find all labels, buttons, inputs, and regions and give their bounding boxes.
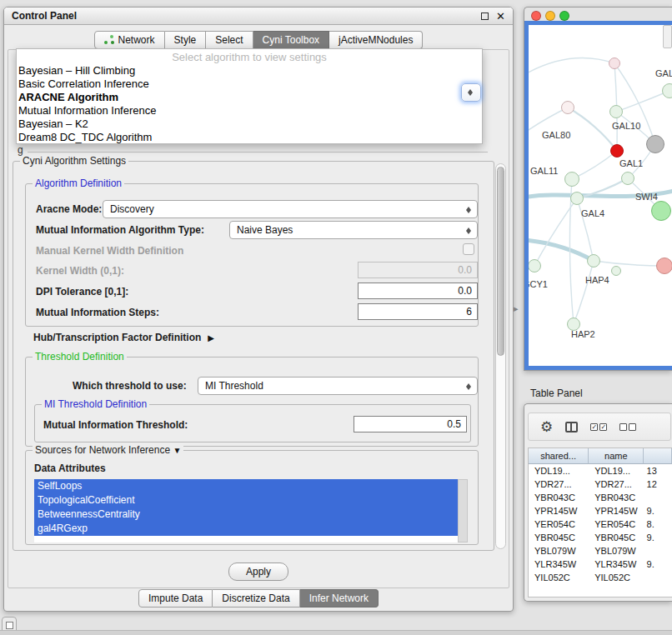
- table-row[interactable]: YBR045CYBR045C9.: [529, 531, 672, 544]
- which-threshold-value: MI Threshold: [205, 380, 263, 392]
- network-node-label: GAL1: [619, 158, 643, 168]
- attribute-list-scrollbar[interactable]: [458, 479, 468, 542]
- algorithm-option-basic-correlation-inference[interactable]: Basic Correlation Inference: [17, 78, 482, 91]
- mi-threshold-field[interactable]: 0.5: [354, 416, 467, 432]
- algorithm-option-mutual-information-inference[interactable]: Mutual Information Inference: [17, 104, 482, 118]
- table-row[interactable]: YDR27...YDR27...12: [529, 478, 672, 491]
- spinner-arrows-icon: [466, 381, 473, 392]
- table-cell: YLR345W: [529, 558, 589, 571]
- table-cell: 9.: [644, 558, 672, 571]
- dpi-tolerance-field[interactable]: 0.0: [358, 282, 478, 299]
- window-controls: ✕: [481, 11, 505, 22]
- close-window-icon[interactable]: [531, 11, 541, 21]
- table-row[interactable]: YIL052CYIL052C: [529, 571, 672, 584]
- group-title: Algorithm Definition: [33, 178, 124, 189]
- group-title: Cyni Algorithm Settings: [20, 155, 128, 167]
- expand-right-icon: ▶: [208, 333, 214, 342]
- mi-steps-field[interactable]: 6: [358, 303, 478, 320]
- select-all-icon[interactable]: ✓ ✓: [590, 423, 607, 431]
- attribute-item-topologicalcoefficient[interactable]: TopologicalCoefficient: [34, 493, 458, 508]
- tab-jactivemnodules[interactable]: jActiveMNodules: [329, 31, 423, 49]
- hub-definition-expander[interactable]: Hub/Transcription Factor Definition ▶: [33, 332, 214, 343]
- spinner-arrows-icon: [466, 225, 473, 237]
- table-row[interactable]: YLR345WYLR345W9.: [529, 558, 672, 571]
- node-table: shared...name YDL19...YDL19...13YDR27...…: [528, 448, 672, 598]
- network-node[interactable]: [609, 105, 623, 118]
- manual-kernel-checkbox[interactable]: [463, 243, 474, 255]
- aracne-mode-select[interactable]: Discovery: [103, 200, 478, 218]
- attribute-item-selfloops[interactable]: SelfLoops: [34, 479, 458, 493]
- network-node[interactable]: [651, 201, 671, 221]
- table-cell: 8.: [644, 518, 672, 531]
- network-node[interactable]: [611, 266, 621, 276]
- sources-title-text: Sources for Network Inference: [35, 444, 170, 456]
- attribute-item-betweennesscentrality[interactable]: BetweennessCentrality: [34, 508, 458, 522]
- network-node[interactable]: [621, 172, 634, 185]
- settings-scrollbar[interactable]: [495, 163, 506, 549]
- column-header-name[interactable]: name: [589, 448, 644, 464]
- network-canvas[interactable]: GAL80GAL10GAL11GAL1SWI4GAL4GCY1HAP4HAP2G…: [529, 25, 672, 366]
- checked-box-icon: ✓: [590, 423, 598, 431]
- table-cell: 13: [644, 464, 672, 478]
- aracne-mode-value: Discovery: [110, 203, 154, 215]
- bottom-tab-discretize-data[interactable]: Discretize Data: [213, 589, 299, 608]
- panel-splitter-handle[interactable]: ▸: [514, 303, 519, 314]
- deselect-all-icon[interactable]: [619, 423, 636, 431]
- zoom-window-icon[interactable]: [559, 11, 569, 21]
- algorithm-combobox-button[interactable]: [461, 83, 481, 102]
- mi-steps-label: Mutual Information Steps:: [36, 307, 159, 318]
- algorithm-option-dream8-dc-tdc-algorithm[interactable]: Dream8 DC_TDC Algorithm: [17, 131, 482, 144]
- bottom-tab-infer-network[interactable]: Infer Network: [300, 589, 379, 608]
- table-cell: YLR345W: [589, 558, 644, 571]
- column-header-shared[interactable]: shared...: [529, 448, 589, 464]
- tab-network[interactable]: Network: [94, 31, 165, 49]
- table-cell: [644, 544, 672, 558]
- mi-type-value: Naive Bayes: [237, 224, 293, 236]
- minimize-window-icon[interactable]: [545, 11, 555, 21]
- algorithm-option-bayesian-hill-climbing[interactable]: Bayesian – Hill Climbing: [17, 64, 482, 78]
- table-row[interactable]: YER054CYER054C8.: [529, 518, 672, 531]
- network-node[interactable]: [610, 144, 624, 158]
- table-header-row: shared...name: [529, 448, 672, 464]
- table-row[interactable]: YPR145WYPR145W9.: [529, 504, 672, 518]
- table-row[interactable]: YBL079WYBL079W: [529, 544, 672, 558]
- window-title: Control Panel: [12, 10, 77, 22]
- apply-button[interactable]: Apply: [228, 562, 288, 581]
- tab-label: Network: [118, 34, 155, 46]
- network-icon: [104, 35, 114, 45]
- network-node[interactable]: [564, 172, 579, 187]
- network-node[interactable]: [570, 192, 584, 205]
- float-window-icon[interactable]: [481, 12, 489, 20]
- table-row[interactable]: YBR043CYBR043C: [529, 491, 672, 504]
- bottom-tab-impute-data[interactable]: Impute Data: [138, 589, 213, 608]
- mi-type-select[interactable]: Naive Bayes: [229, 221, 478, 239]
- network-node[interactable]: [587, 254, 600, 268]
- network-node[interactable]: [561, 101, 574, 114]
- network-node[interactable]: [656, 258, 672, 274]
- scrollbar-thumb[interactable]: [497, 167, 504, 356]
- which-threshold-select[interactable]: MI Threshold: [198, 377, 478, 395]
- tab-cyni-toolbox[interactable]: Cyni Toolbox: [253, 31, 329, 49]
- tab-select[interactable]: Select: [206, 31, 253, 49]
- network-node[interactable]: [646, 135, 664, 153]
- gear-icon[interactable]: ⚙: [540, 420, 553, 434]
- columns-icon[interactable]: [565, 422, 578, 432]
- table-cell: YPR145W: [589, 504, 644, 518]
- close-icon[interactable]: ✕: [496, 11, 505, 22]
- manual-kernel-label: Manual Kernel Width Definition: [36, 245, 183, 257]
- tab-style[interactable]: Style: [165, 31, 207, 49]
- table-row[interactable]: YDL19...YDL19...13: [529, 464, 672, 478]
- network-node[interactable]: [609, 58, 620, 69]
- algorithm-option-aracne-algorithm[interactable]: ARACNE Algorithm: [17, 91, 482, 104]
- network-node-label: SWI4: [635, 192, 658, 202]
- network-node[interactable]: [662, 83, 672, 98]
- network-node-label: GAL10: [612, 121, 640, 131]
- network-node-label: HAP2: [571, 329, 595, 339]
- cyni-algorithm-settings-group: Cyni Algorithm Settings Algorithm Defini…: [13, 161, 494, 551]
- control-panel-titlebar[interactable]: Control Panel ✕: [4, 8, 513, 25]
- algorithm-option-bayesian-k2[interactable]: Bayesian – K2: [17, 118, 482, 131]
- attribute-item-gal4rgexp[interactable]: gal4RGexp: [34, 522, 458, 536]
- network-scrollbar[interactable]: [663, 25, 672, 48]
- sources-group-title[interactable]: Sources for Network Inference ▼: [33, 444, 183, 456]
- column-header-col2[interactable]: [644, 448, 672, 464]
